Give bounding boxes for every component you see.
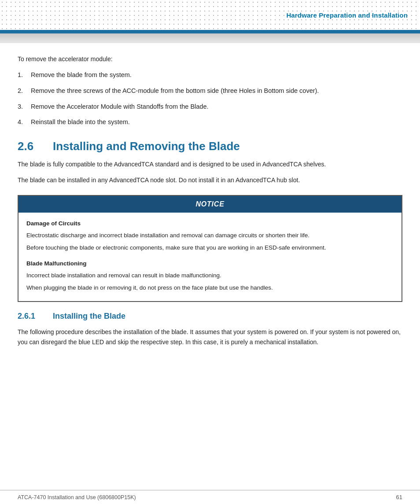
list-item: 3. Remove the Accelerator Module with St…: [18, 102, 402, 112]
notice-block2-title-text: Blade Malfunctioning: [26, 260, 87, 267]
notice-header: NOTICE: [18, 196, 402, 213]
notice-block1-title: Damage of Circuits: [26, 219, 394, 228]
list-item: 2. Remove the three screws of the ACC-mo…: [18, 86, 402, 96]
step-number: 2.: [18, 86, 31, 96]
notice-box: NOTICE Damage of Circuits Electrostatic …: [18, 195, 402, 302]
section-para2: The blade can be installed in any Advanc…: [18, 175, 402, 185]
section-para1: The blade is fully compatible to the Adv…: [18, 159, 402, 169]
step-text: Reinstall the blade into the system.: [31, 118, 402, 127]
step-text: Remove the three screws of the ACC-modul…: [31, 86, 402, 96]
list-item: 1. Remove the blade from the system.: [18, 70, 402, 80]
section-heading: 2.6 Installing and Removing the Blade: [18, 140, 402, 153]
content-area: To remove the accelerator module: 1. Rem…: [0, 43, 420, 490]
subsection-heading: 2.6.1 Installing the Blade: [18, 312, 402, 321]
notice-block-2: Blade Malfunctioning Incorrect blade ins…: [26, 259, 394, 293]
blue-bar: [0, 30, 420, 33]
step-number: 4.: [18, 118, 31, 127]
dot-pattern: Hardware Preparation and Installation: [0, 0, 420, 30]
subsection-number: 2.6.1: [18, 312, 53, 321]
notice-block2-line2: When plugging the blade in or removing i…: [26, 283, 394, 293]
steps-list: 1. Remove the blade from the system. 2. …: [18, 70, 402, 127]
footer-left-text: ATCA-7470 Installation and Use (6806800P…: [18, 494, 136, 500]
header-area: Hardware Preparation and Installation: [0, 0, 420, 43]
footer-area: ATCA-7470 Installation and Use (6806800P…: [0, 490, 420, 504]
page-title-bar: Hardware Preparation and Installation: [0, 0, 420, 30]
page-title: Hardware Preparation and Installation: [286, 11, 408, 19]
step-number: 1.: [18, 70, 31, 80]
intro-text: To remove the accelerator module:: [18, 55, 402, 63]
section-title: Installing and Removing the Blade: [53, 140, 240, 153]
notice-block1-line1: Electrostatic discharge and incorrect bl…: [26, 231, 394, 240]
notice-content: Damage of Circuits Electrostatic dischar…: [18, 213, 402, 302]
step-text: Remove the Accelerator Module with Stand…: [31, 102, 402, 112]
subsection-title: Installing the Blade: [53, 312, 125, 321]
notice-block1-title-text: Damage of Circuits: [26, 220, 81, 227]
notice-block1-line2: Before touching the blade or electronic …: [26, 243, 394, 253]
notice-block2-line1: Incorrect blade installation and removal…: [26, 271, 394, 280]
step-text: Remove the blade from the system.: [31, 70, 402, 80]
subsection-body: The following procedure describes the in…: [18, 327, 402, 347]
notice-block-1: Damage of Circuits Electrostatic dischar…: [26, 219, 394, 253]
step-number: 3.: [18, 102, 31, 112]
notice-block2-title: Blade Malfunctioning: [26, 259, 394, 269]
page-wrapper: Hardware Preparation and Installation To…: [0, 0, 420, 504]
footer-page-number: 61: [396, 494, 402, 500]
list-item: 4. Reinstall the blade into the system.: [18, 118, 402, 127]
section-number: 2.6: [18, 140, 53, 153]
gray-bar: [0, 33, 420, 43]
